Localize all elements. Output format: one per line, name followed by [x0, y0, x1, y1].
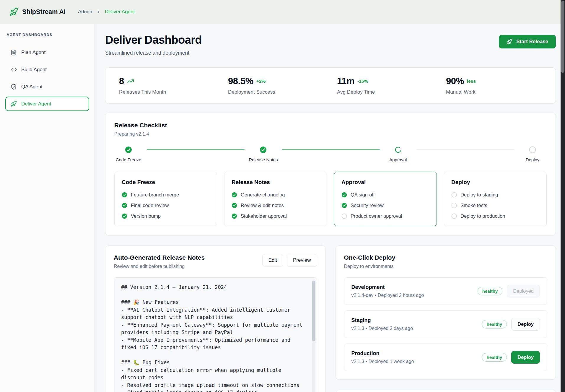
step-done-icon	[125, 146, 132, 153]
env-meta: v2.1.4-dev • Deployed 2 hours ago	[351, 293, 424, 298]
sidebar-item-plan-agent[interactable]: Plan Agent	[5, 45, 89, 60]
checklist-item[interactable]: Smoke tests	[451, 203, 539, 208]
step-connector	[416, 149, 514, 150]
file-text-icon	[11, 49, 17, 56]
env-meta: v2.1.3 • Deployed 1 week ago	[351, 359, 414, 364]
env-name: Production	[351, 350, 414, 357]
stat-accent: less	[467, 79, 476, 84]
checklist-item[interactable]: Stakeholder approval	[232, 213, 320, 219]
step-label: Approval	[389, 157, 407, 162]
edit-button[interactable]: Edit	[262, 254, 283, 266]
stat-accent: +2%	[256, 79, 266, 84]
start-release-button[interactable]: Start Release	[499, 35, 556, 48]
circle-icon	[451, 192, 457, 198]
checklist-item[interactable]: Final code review	[122, 203, 210, 208]
group-title: Approval	[341, 179, 429, 186]
health-status-badge: healthy	[482, 353, 507, 362]
stat-value: 11m	[337, 76, 354, 87]
check-circle-icon	[232, 203, 237, 208]
deployed-button[interactable]: Deployed	[507, 285, 540, 297]
sidebar: AGENT DASHBOARDS Plan Agent Build Agent …	[0, 24, 95, 392]
start-release-label: Start Release	[516, 39, 548, 45]
sidebar-item-deliver-agent[interactable]: Deliver Agent	[5, 97, 89, 111]
group-title: Code Freeze	[122, 179, 210, 186]
sidebar-item-label: Deliver Agent	[21, 101, 51, 107]
sidebar-item-label: Build Agent	[21, 67, 47, 73]
checklist-item-label: Final code review	[131, 203, 169, 208]
release-notes-card: Auto-Generated Release Notes Review and …	[105, 245, 326, 392]
step-label: Code Freeze	[116, 157, 141, 162]
check-circle-icon	[122, 203, 127, 208]
rocket-icon	[11, 101, 17, 107]
top-bar: ShipStream AI Admin Deliver Agent	[0, 0, 565, 24]
notes-scrollbar-thumb[interactable]	[312, 281, 315, 341]
sidebar-item-label: QA Agent	[21, 84, 43, 90]
app-name: ShipStream AI	[22, 8, 66, 16]
checklist-item[interactable]: Deploy to production	[451, 213, 539, 219]
group-code-freeze: Code Freeze Feature branch merge Final c…	[114, 172, 217, 226]
step-done-icon	[260, 146, 267, 153]
deploy-staging-button[interactable]: Deploy	[511, 318, 540, 331]
circle-icon	[451, 213, 457, 219]
main-content: Deliver Dashboard Streamlined release an…	[95, 24, 565, 392]
release-checklist-card: Release Checklist Preparing v2.1.4 Code …	[105, 113, 556, 235]
group-release-notes: Release Notes Generate changelog Review …	[224, 172, 327, 226]
group-title: Release Notes	[232, 179, 320, 186]
stats-card: 8 Releases This Month 98.5% +2% Deployme…	[105, 67, 556, 104]
trending-up-icon	[127, 78, 134, 85]
rocket-logo-icon	[9, 7, 18, 16]
breadcrumb-current[interactable]: Deliver Agent	[105, 9, 135, 15]
breadcrumb-admin[interactable]: Admin	[78, 9, 92, 15]
page-header: Deliver Dashboard Streamlined release an…	[105, 34, 556, 56]
env-row-development: Development v2.1.4-dev • Deployed 2 hour…	[344, 277, 548, 305]
checklist-item[interactable]: Version bump	[122, 213, 210, 219]
checklist-item[interactable]: Generate changelog	[232, 192, 320, 198]
notes-scrollbar-track[interactable]	[312, 279, 315, 392]
checklist-item-label: Smoke tests	[460, 203, 487, 208]
checklist-item[interactable]: Deploy to staging	[451, 192, 539, 198]
circle-icon	[341, 213, 347, 219]
sidebar-item-qa-agent[interactable]: QA Agent	[5, 79, 89, 94]
deploy-subtitle: Deploy to environments	[344, 264, 548, 269]
checklist-item[interactable]: Feature branch merge	[122, 192, 210, 198]
check-circle-icon	[341, 203, 347, 208]
checklist-item-label: Deploy to production	[460, 213, 505, 219]
page-title: Deliver Dashboard	[105, 34, 202, 46]
checklist-item[interactable]: QA sign-off	[341, 192, 429, 198]
checklist-item[interactable]: Security review	[341, 203, 429, 208]
check-circle-icon	[122, 213, 127, 219]
page-scrollbar-thumb[interactable]	[561, 1, 564, 73]
page-subtitle: Streamlined release and deployment	[105, 50, 202, 56]
stat-label: Avg Deploy Time	[337, 89, 439, 95]
checklist-item[interactable]: Review & edit notes	[232, 203, 320, 208]
stat-deployment-success: 98.5% +2% Deployment Success	[222, 76, 330, 95]
step-label: Release Notes	[249, 157, 278, 162]
checklist-item-label: Feature branch merge	[131, 192, 179, 198]
deploy-production-button[interactable]: Deploy	[511, 351, 540, 364]
checklist-item-label: Review & edit notes	[241, 203, 284, 208]
chevron-right-icon	[96, 9, 101, 14]
step-connector	[147, 149, 245, 150]
next-card-peek	[336, 390, 556, 392]
step-pending-icon	[529, 146, 536, 153]
page-scrollbar[interactable]	[561, 0, 565, 392]
step-code-freeze: Code Freeze	[114, 146, 143, 162]
checklist-item[interactable]: Product owner approval	[341, 213, 429, 219]
app-brand: ShipStream AI	[9, 7, 66, 16]
checklist-item-label: Security review	[351, 203, 384, 208]
sidebar-item-build-agent[interactable]: Build Agent	[5, 62, 89, 77]
one-click-deploy-card: One-Click Deploy Deploy to environments …	[336, 245, 556, 380]
release-notes-editor: ## Version 2.1.4 — January 21, 2024 ### …	[114, 277, 317, 392]
release-stepper: Code Freeze Release Notes Approval Deplo…	[114, 146, 547, 162]
step-approval: Approval	[384, 146, 412, 162]
code-icon	[11, 66, 17, 73]
checklist-item-label: Version bump	[131, 213, 161, 219]
preview-button[interactable]: Preview	[287, 254, 317, 266]
step-deploy: Deploy	[518, 146, 547, 162]
stat-avg-deploy-time: 11m -15% Avg Deploy Time	[330, 76, 439, 95]
circle-icon	[451, 203, 457, 208]
check-circle-icon	[341, 192, 347, 198]
sidebar-section-label: AGENT DASHBOARDS	[6, 32, 89, 37]
check-circle-icon	[232, 192, 237, 198]
release-notes-title: Auto-Generated Release Notes	[114, 254, 205, 261]
